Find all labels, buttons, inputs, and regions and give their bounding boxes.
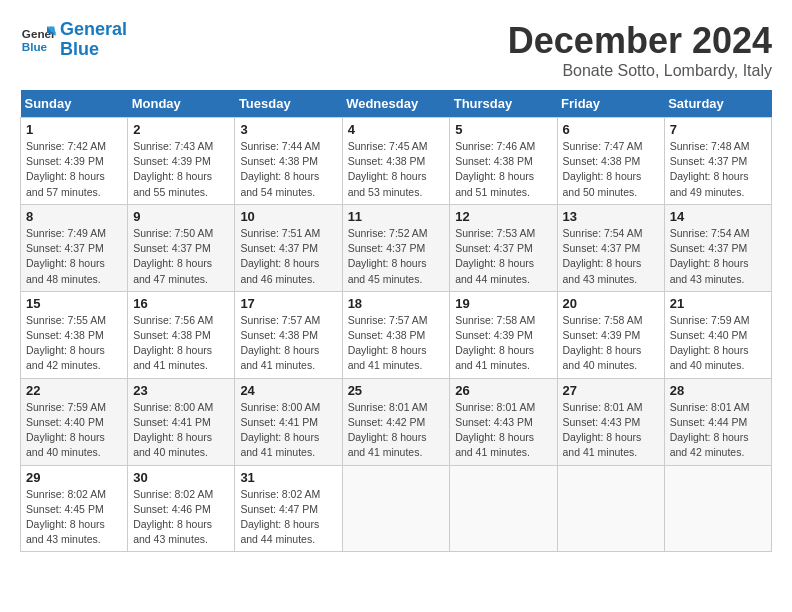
header-monday: Monday bbox=[128, 90, 235, 118]
day-cell-30: 30 Sunrise: 8:02 AMSunset: 4:46 PMDaylig… bbox=[128, 465, 235, 552]
day-cell-24: 24 Sunrise: 8:00 AMSunset: 4:41 PMDaylig… bbox=[235, 378, 342, 465]
weekday-header-row: Sunday Monday Tuesday Wednesday Thursday… bbox=[21, 90, 772, 118]
empty-cell-3 bbox=[557, 465, 664, 552]
day-cell-7: 7 Sunrise: 7:48 AMSunset: 4:37 PMDayligh… bbox=[664, 118, 771, 205]
calendar-table: Sunday Monday Tuesday Wednesday Thursday… bbox=[20, 90, 772, 552]
logo-text: General Blue bbox=[60, 20, 127, 60]
week-row-4: 22 Sunrise: 7:59 AMSunset: 4:40 PMDaylig… bbox=[21, 378, 772, 465]
calendar-title: December 2024 bbox=[508, 20, 772, 62]
empty-cell-2 bbox=[450, 465, 557, 552]
day-cell-17: 17 Sunrise: 7:57 AMSunset: 4:38 PMDaylig… bbox=[235, 291, 342, 378]
day-cell-31: 31 Sunrise: 8:02 AMSunset: 4:47 PMDaylig… bbox=[235, 465, 342, 552]
day-cell-1: 1 Sunrise: 7:42 AMSunset: 4:39 PMDayligh… bbox=[21, 118, 128, 205]
logo-line1: General bbox=[60, 19, 127, 39]
logo: General Blue General Blue bbox=[20, 20, 127, 60]
empty-cell-1 bbox=[342, 465, 450, 552]
empty-cell-4 bbox=[664, 465, 771, 552]
header-friday: Friday bbox=[557, 90, 664, 118]
day-cell-5: 5 Sunrise: 7:46 AMSunset: 4:38 PMDayligh… bbox=[450, 118, 557, 205]
logo-line2: Blue bbox=[60, 39, 99, 59]
logo-icon: General Blue bbox=[20, 22, 56, 58]
day-cell-9: 9 Sunrise: 7:50 AMSunset: 4:37 PMDayligh… bbox=[128, 204, 235, 291]
calendar-header: General Blue General Blue December 2024 … bbox=[20, 20, 772, 80]
day-cell-16: 16 Sunrise: 7:56 AMSunset: 4:38 PMDaylig… bbox=[128, 291, 235, 378]
day-cell-6: 6 Sunrise: 7:47 AMSunset: 4:38 PMDayligh… bbox=[557, 118, 664, 205]
svg-text:Blue: Blue bbox=[22, 40, 48, 53]
day-cell-23: 23 Sunrise: 8:00 AMSunset: 4:41 PMDaylig… bbox=[128, 378, 235, 465]
title-area: December 2024 Bonate Sotto, Lombardy, It… bbox=[508, 20, 772, 80]
calendar-subtitle: Bonate Sotto, Lombardy, Italy bbox=[508, 62, 772, 80]
day-cell-11: 11 Sunrise: 7:52 AMSunset: 4:37 PMDaylig… bbox=[342, 204, 450, 291]
header-thursday: Thursday bbox=[450, 90, 557, 118]
day-cell-4: 4 Sunrise: 7:45 AMSunset: 4:38 PMDayligh… bbox=[342, 118, 450, 205]
day-cell-21: 21 Sunrise: 7:59 AMSunset: 4:40 PMDaylig… bbox=[664, 291, 771, 378]
header-sunday: Sunday bbox=[21, 90, 128, 118]
week-row-2: 8 Sunrise: 7:49 AMSunset: 4:37 PMDayligh… bbox=[21, 204, 772, 291]
day-cell-18: 18 Sunrise: 7:57 AMSunset: 4:38 PMDaylig… bbox=[342, 291, 450, 378]
header-tuesday: Tuesday bbox=[235, 90, 342, 118]
day-cell-27: 27 Sunrise: 8:01 AMSunset: 4:43 PMDaylig… bbox=[557, 378, 664, 465]
day-cell-15: 15 Sunrise: 7:55 AMSunset: 4:38 PMDaylig… bbox=[21, 291, 128, 378]
header-saturday: Saturday bbox=[664, 90, 771, 118]
day-cell-10: 10 Sunrise: 7:51 AMSunset: 4:37 PMDaylig… bbox=[235, 204, 342, 291]
day-cell-3: 3 Sunrise: 7:44 AMSunset: 4:38 PMDayligh… bbox=[235, 118, 342, 205]
week-row-1: 1 Sunrise: 7:42 AMSunset: 4:39 PMDayligh… bbox=[21, 118, 772, 205]
header-wednesday: Wednesday bbox=[342, 90, 450, 118]
day-cell-12: 12 Sunrise: 7:53 AMSunset: 4:37 PMDaylig… bbox=[450, 204, 557, 291]
day-cell-20: 20 Sunrise: 7:58 AMSunset: 4:39 PMDaylig… bbox=[557, 291, 664, 378]
day-cell-8: 8 Sunrise: 7:49 AMSunset: 4:37 PMDayligh… bbox=[21, 204, 128, 291]
day-cell-14: 14 Sunrise: 7:54 AMSunset: 4:37 PMDaylig… bbox=[664, 204, 771, 291]
day-cell-22: 22 Sunrise: 7:59 AMSunset: 4:40 PMDaylig… bbox=[21, 378, 128, 465]
day-cell-26: 26 Sunrise: 8:01 AMSunset: 4:43 PMDaylig… bbox=[450, 378, 557, 465]
week-row-3: 15 Sunrise: 7:55 AMSunset: 4:38 PMDaylig… bbox=[21, 291, 772, 378]
week-row-5: 29 Sunrise: 8:02 AMSunset: 4:45 PMDaylig… bbox=[21, 465, 772, 552]
day-cell-19: 19 Sunrise: 7:58 AMSunset: 4:39 PMDaylig… bbox=[450, 291, 557, 378]
day-cell-25: 25 Sunrise: 8:01 AMSunset: 4:42 PMDaylig… bbox=[342, 378, 450, 465]
day-cell-29: 29 Sunrise: 8:02 AMSunset: 4:45 PMDaylig… bbox=[21, 465, 128, 552]
day-cell-13: 13 Sunrise: 7:54 AMSunset: 4:37 PMDaylig… bbox=[557, 204, 664, 291]
day-cell-2: 2 Sunrise: 7:43 AMSunset: 4:39 PMDayligh… bbox=[128, 118, 235, 205]
day-cell-28: 28 Sunrise: 8:01 AMSunset: 4:44 PMDaylig… bbox=[664, 378, 771, 465]
